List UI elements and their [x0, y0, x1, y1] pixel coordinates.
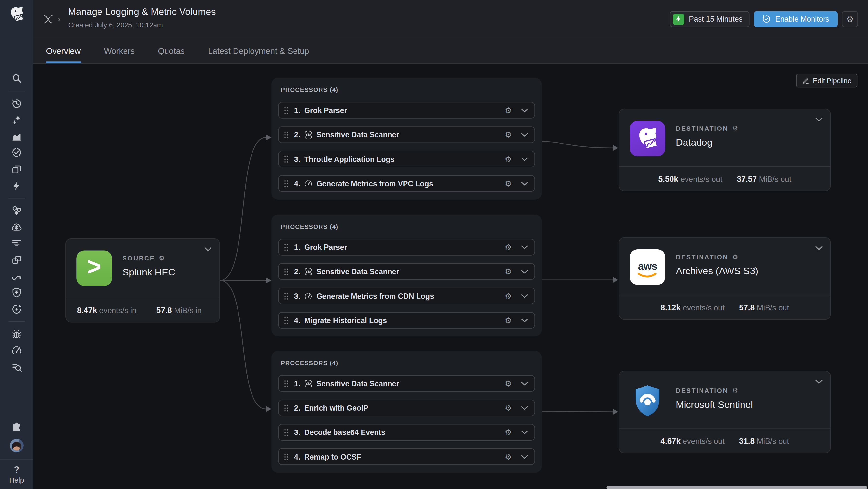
drag-handle-icon[interactable]: [284, 429, 288, 436]
gear-icon[interactable]: ⚙: [505, 243, 512, 251]
chevron-down-icon[interactable]: [815, 118, 823, 122]
gear-icon[interactable]: ⚙: [732, 387, 738, 395]
chevron-down-icon[interactable]: [521, 133, 528, 136]
pipeline-canvas[interactable]: Edit Pipeline > SOURCE⚙ Splunk HEC 8.47k…: [33, 64, 868, 489]
gear-icon[interactable]: ⚙: [159, 254, 165, 262]
processor-label: Generate Metrics from VPC Logs: [316, 179, 433, 188]
processor-row[interactable]: 3.Decode base64 Events⚙: [278, 424, 535, 440]
sidebar-item-metrics[interactable]: [7, 130, 27, 143]
drag-handle-icon[interactable]: [284, 244, 288, 251]
processor-row[interactable]: 2.Sensitive Data Scanner⚙: [278, 126, 535, 143]
processor-index: 3.: [294, 292, 300, 300]
source-node-splunk-hec[interactable]: > SOURCE⚙ Splunk HEC 8.47k events/s in 5…: [65, 238, 220, 323]
sidebar-item-bits-ai[interactable]: [7, 114, 27, 126]
gear-icon[interactable]: ⚙: [505, 453, 512, 461]
destination-node-aws-s3[interactable]: aws DESTINATION⚙ Archives (AWS S3) 8.12k…: [619, 237, 831, 320]
processor-row[interactable]: 1.Sensitive Data Scanner⚙: [278, 375, 535, 392]
destination-node-datadog[interactable]: DESTINATION⚙ Datadog 5.50k events/s out …: [619, 109, 831, 191]
gear-icon[interactable]: ⚙: [505, 180, 512, 187]
sidebar-item-service-map[interactable]: [7, 205, 27, 217]
tab-latest-deployment[interactable]: Latest Deployment & Setup: [208, 38, 309, 63]
chevron-down-icon[interactable]: [521, 430, 528, 434]
sidebar-item-bug[interactable]: [7, 328, 27, 341]
gear-icon[interactable]: ⚙: [505, 106, 512, 114]
tab-overview[interactable]: Overview: [46, 38, 81, 63]
sidebar-item-logs[interactable]: [7, 237, 27, 250]
enable-monitors-button[interactable]: Enable Monitors: [754, 11, 838, 27]
tab-quotas[interactable]: Quotas: [158, 38, 185, 63]
destination-node-microsoft-sentinel[interactable]: DESTINATION⚙ Microsoft Sentinel 4.67k ev…: [619, 371, 831, 453]
sidebar-item-help[interactable]: ? Help: [9, 460, 24, 489]
sidebar-item-user-avatar[interactable]: [7, 439, 27, 452]
sidebar-item-integrations[interactable]: [7, 421, 27, 433]
drag-handle-icon[interactable]: [284, 317, 288, 324]
gear-icon[interactable]: ⚙: [505, 155, 512, 163]
sidebar-item-profiler[interactable]: [7, 345, 27, 357]
datadog-logo[interactable]: [7, 6, 26, 23]
chevron-down-icon[interactable]: [521, 406, 528, 410]
settings-button[interactable]: ⚙: [842, 11, 858, 27]
sidebar-item-dashboards[interactable]: [7, 254, 27, 266]
sidebar-item-history[interactable]: [7, 97, 27, 110]
processor-row[interactable]: 2.Enrich with GeoIP⚙: [278, 400, 535, 416]
sidebar-item-synthetics[interactable]: [7, 270, 27, 283]
tab-label: Latest Deployment & Setup: [208, 46, 309, 55]
drag-handle-icon[interactable]: [284, 131, 288, 138]
time-range-button[interactable]: Past 15 Minutes: [670, 11, 750, 27]
chevron-down-icon[interactable]: [521, 294, 528, 298]
chevron-down-icon[interactable]: [521, 157, 528, 161]
sidebar-item-log-explorer[interactable]: [7, 361, 27, 373]
stat-bytes: 37.57 MiB/s out: [737, 174, 792, 183]
aws-smile-icon: [637, 272, 658, 278]
sidebar-item-security[interactable]: [7, 286, 27, 299]
chevron-down-icon[interactable]: [521, 318, 528, 323]
chevron-down-icon[interactable]: [521, 270, 528, 274]
processor-row[interactable]: 2.Sensitive Data Scanner⚙: [278, 263, 535, 280]
pipeline-icon: [43, 14, 54, 25]
drag-handle-icon[interactable]: [284, 453, 288, 460]
processor-row[interactable]: 3.Throttle Application Logs⚙: [278, 151, 535, 167]
gear-icon[interactable]: ⚙: [505, 292, 512, 300]
tab-workers[interactable]: Workers: [104, 38, 134, 63]
gear-icon[interactable]: ⚙: [505, 428, 512, 436]
sidebar-item-ci-visibility[interactable]: [7, 303, 27, 315]
processor-label: Decode base64 Events: [304, 428, 385, 436]
gear-icon[interactable]: ⚙: [505, 404, 512, 412]
drag-handle-icon[interactable]: [284, 380, 288, 387]
chevron-down-icon[interactable]: [521, 381, 528, 386]
processor-row[interactable]: 4.Migrate Historical Logs⚙: [278, 312, 535, 329]
chevron-down-icon[interactable]: [521, 109, 528, 112]
gear-icon[interactable]: ⚙: [505, 316, 512, 324]
gear-icon[interactable]: ⚙: [732, 253, 738, 261]
processor-row[interactable]: 1.Grok Parser⚙: [278, 102, 535, 119]
chevron-down-icon[interactable]: [815, 380, 823, 384]
sidebar-item-search[interactable]: [7, 72, 27, 84]
chevron-down-icon[interactable]: [204, 247, 212, 252]
drag-handle-icon[interactable]: [284, 293, 288, 300]
gear-icon[interactable]: ⚙: [505, 380, 512, 388]
node-name: Splunk HEC: [122, 267, 175, 278]
chevron-down-icon[interactable]: [521, 245, 528, 249]
drag-handle-icon[interactable]: [284, 106, 288, 114]
sidebar-item-apm[interactable]: [7, 179, 27, 192]
drag-handle-icon[interactable]: [284, 156, 288, 163]
gear-icon[interactable]: ⚙: [505, 268, 512, 275]
sidebar-item-watchdog[interactable]: [7, 147, 27, 159]
chevron-down-icon[interactable]: [815, 246, 823, 250]
processor-row[interactable]: 4.Remap to OCSF⚙: [278, 449, 535, 465]
drag-handle-icon[interactable]: [284, 404, 288, 411]
chevron-down-icon[interactable]: [521, 182, 528, 186]
drag-handle-icon[interactable]: [284, 180, 288, 187]
edit-pipeline-button[interactable]: Edit Pipeline: [796, 74, 858, 88]
processor-row[interactable]: 1.Grok Parser⚙: [278, 239, 535, 255]
gear-icon[interactable]: ⚙: [732, 125, 738, 132]
drag-handle-icon[interactable]: [284, 268, 288, 275]
processor-row[interactable]: 3.Generate Metrics from CDN Logs⚙: [278, 288, 535, 304]
horizontal-scrollbar[interactable]: [607, 486, 867, 489]
chevron-down-icon[interactable]: [521, 455, 528, 459]
sidebar-item-cloud-cost[interactable]: [7, 221, 27, 233]
processor-row[interactable]: 4.Generate Metrics from VPC Logs⚙: [278, 175, 535, 192]
sidebar-item-containers[interactable]: [7, 163, 27, 175]
dashboards-icon: [11, 254, 22, 265]
gear-icon[interactable]: ⚙: [505, 131, 512, 139]
